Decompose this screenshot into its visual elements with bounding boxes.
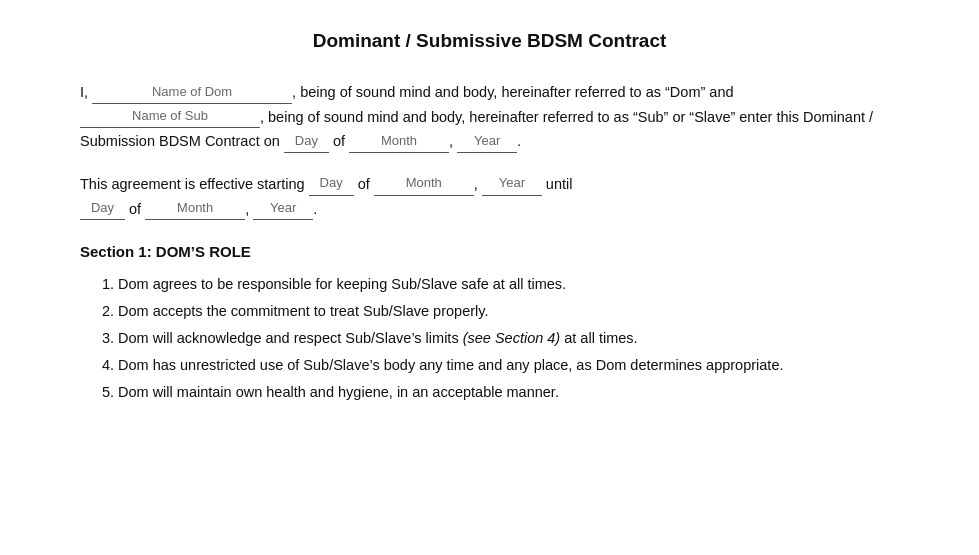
item3-italic: (see Section 4) bbox=[463, 330, 561, 346]
para1-comma1: , bbox=[449, 133, 457, 149]
para2-until: until bbox=[542, 176, 573, 192]
para1-before-dom: I, bbox=[80, 84, 92, 100]
para2-of2: of bbox=[354, 176, 374, 192]
section1-list: Dom agrees to be responsible for keeping… bbox=[108, 273, 899, 405]
field-dom[interactable]: Name of Dom bbox=[92, 81, 292, 104]
para1-after-dom: , being of sound mind and body, hereinaf… bbox=[292, 84, 733, 100]
field-day3[interactable]: Day bbox=[80, 197, 125, 220]
field-year1[interactable]: Year bbox=[457, 130, 517, 153]
paragraph-2: This agreement is effective starting Day… bbox=[80, 172, 899, 221]
paragraph-1: I, Name of Dom, being of sound mind and … bbox=[80, 80, 899, 154]
section1-title: Section 1: DOM’S ROLE bbox=[80, 239, 899, 265]
list-item: Dom will maintain own health and hygiene… bbox=[118, 381, 899, 404]
para2-of3: of bbox=[125, 201, 145, 217]
list-item: Dom will acknowledge and respect Sub/Sla… bbox=[118, 327, 899, 350]
list-item: Dom has unrestricted use of Sub/Slave’s … bbox=[118, 354, 899, 377]
item3-suffix: at all times. bbox=[560, 330, 637, 346]
field-day2[interactable]: Day bbox=[309, 172, 354, 195]
field-sub[interactable]: Name of Sub bbox=[80, 105, 260, 128]
page-title: Dominant / Submissive BDSM Contract bbox=[80, 30, 899, 52]
para1-end: . bbox=[517, 133, 521, 149]
field-month3[interactable]: Month bbox=[145, 197, 245, 220]
page: Dominant / Submissive BDSM Contract I, N… bbox=[0, 0, 979, 555]
para2-comma2: , bbox=[474, 176, 482, 192]
field-year2[interactable]: Year bbox=[482, 172, 542, 195]
para2-comma3: , bbox=[245, 201, 253, 217]
field-year3[interactable]: Year bbox=[253, 197, 313, 220]
contract-body: I, Name of Dom, being of sound mind and … bbox=[80, 80, 899, 405]
para2-before: This agreement is effective starting bbox=[80, 176, 309, 192]
para1-of1: of bbox=[329, 133, 349, 149]
field-month2[interactable]: Month bbox=[374, 172, 474, 195]
field-day1[interactable]: Day bbox=[284, 130, 329, 153]
list-item: Dom agrees to be responsible for keeping… bbox=[118, 273, 899, 296]
para2-end: . bbox=[313, 201, 317, 217]
item3-prefix: Dom will acknowledge and respect Sub/Sla… bbox=[118, 330, 463, 346]
list-item: Dom accepts the commitment to treat Sub/… bbox=[118, 300, 899, 323]
field-month1[interactable]: Month bbox=[349, 130, 449, 153]
